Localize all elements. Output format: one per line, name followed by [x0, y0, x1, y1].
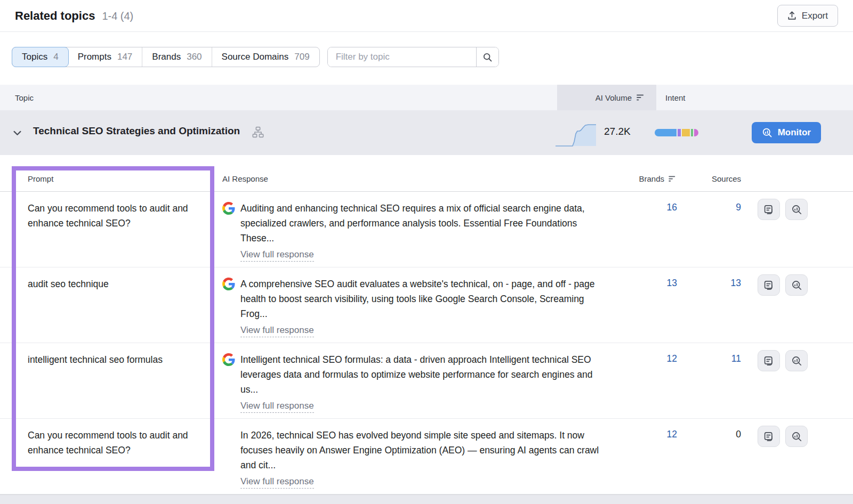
sources-cell: 0: [677, 419, 741, 494]
related-topics-page: Related topics 1-4 (4) Export Topics 4 P…: [0, 0, 853, 504]
tab-count: 709: [294, 52, 309, 62]
sources-cell: 13: [677, 267, 741, 343]
export-icon: [787, 11, 796, 20]
intent-segment: [655, 129, 677, 136]
prompt-table: Prompt AI Response Brands Sources Can yo…: [0, 166, 853, 494]
search-icon: [482, 52, 493, 62]
monitor-prompt-button[interactable]: [785, 274, 808, 296]
prompt-text: intelligent technical seo formulas: [28, 352, 198, 367]
topic-title[interactable]: Technical SEO Strategies and Optimizatio…: [33, 125, 240, 137]
tab-label: Topics: [22, 52, 47, 62]
next-row-edge: [0, 494, 853, 504]
sources-count-link[interactable]: 0: [736, 429, 741, 440]
ai-volume-value: 27.2K: [604, 126, 631, 137]
ai-response-cell: In 2026, technical SEO has evolved beyon…: [215, 419, 618, 494]
view-full-response-link[interactable]: View full response: [240, 325, 314, 337]
prompt-text: audit seo technique: [28, 277, 198, 291]
sources-count-link[interactable]: 13: [731, 278, 741, 289]
brands-cell: 12: [618, 343, 677, 418]
prompt-row: intelligent technical seo formulas: [0, 343, 853, 419]
prompt-text: Can you recommend tools to audit and enh…: [28, 201, 198, 231]
ai-response-cell: Auditing and enhancing technical SEO req…: [215, 192, 618, 267]
brands-count-link[interactable]: 12: [667, 429, 677, 440]
export-button[interactable]: Export: [777, 5, 838, 27]
response-body: Auditing and enhancing technical SEO req…: [240, 201, 611, 262]
topic-filter: [327, 47, 499, 67]
monitor-prompt-button[interactable]: [785, 426, 808, 447]
tab-count: 360: [187, 52, 202, 62]
sources-cell: 9: [677, 192, 741, 267]
brands-cell: 12: [618, 419, 677, 494]
ai-volume-label: AI Volume: [596, 93, 632, 102]
column-header-ai-volume[interactable]: AI Volume: [557, 85, 656, 110]
view-response-report-button[interactable]: [758, 199, 780, 220]
column-header-ai-response: AI Response: [215, 174, 618, 183]
tab-count: 147: [117, 52, 132, 62]
tab-brands[interactable]: Brands 360: [142, 47, 212, 67]
results-range: 1-4 (4): [102, 10, 133, 22]
tab-source-domains[interactable]: Source Domains 709: [212, 47, 319, 67]
column-header-sources: Sources: [677, 174, 741, 183]
toolbar: Topics 4 Prompts 147 Brands 360 Source D…: [12, 47, 838, 67]
google-logo-icon: [222, 202, 235, 215]
search-button[interactable]: [476, 47, 498, 67]
prompt-cell: Can you recommend tools to audit and enh…: [0, 419, 215, 494]
sort-desc-icon: [637, 94, 646, 101]
row-actions: [741, 419, 853, 494]
entity-tabs: Topics 4 Prompts 147 Brands 360 Source D…: [12, 47, 320, 67]
tab-prompts[interactable]: Prompts 147: [68, 47, 143, 67]
ai-response-cell: Intelligent technical SEO formulas: a da…: [215, 343, 618, 418]
view-response-report-button[interactable]: [758, 350, 780, 371]
response-body: In 2026, technical SEO has evolved beyon…: [240, 428, 611, 489]
brands-count-link[interactable]: 13: [667, 278, 677, 289]
page-header: Related topics 1-4 (4) Export: [0, 0, 853, 32]
topic-row: Technical SEO Strategies and Optimizatio…: [0, 110, 853, 155]
intent-segment: [678, 129, 681, 136]
view-response-report-button[interactable]: [758, 274, 780, 296]
sitemap-icon[interactable]: [252, 126, 264, 138]
row-actions: [741, 192, 853, 267]
prompt-row: Can you recommend tools to audit and enh…: [0, 192, 853, 267]
google-logo-icon: [222, 353, 235, 366]
brands-cell: 13: [618, 267, 677, 343]
response-body: Intelligent technical SEO formulas: a da…: [240, 352, 611, 413]
ai-response-text: A comprehensive SEO audit evaluates a we…: [240, 277, 611, 321]
google-logo-icon: [222, 278, 235, 290]
tab-topics[interactable]: Topics 4: [12, 47, 69, 67]
response-body: A comprehensive SEO audit evaluates a we…: [240, 277, 611, 337]
sort-desc-icon: [669, 176, 677, 182]
column-header-prompt: Prompt: [0, 174, 215, 183]
sources-count-link[interactable]: 9: [736, 202, 741, 213]
monitor-prompt-button[interactable]: [785, 199, 808, 220]
brands-count-link[interactable]: 16: [667, 202, 677, 213]
brands-count-link[interactable]: 12: [667, 353, 677, 364]
view-response-report-button[interactable]: [758, 426, 780, 447]
prompt-text: Can you recommend tools to audit and enh…: [28, 428, 198, 458]
view-full-response-link[interactable]: View full response: [240, 476, 314, 489]
sources-cell: 11: [677, 343, 741, 418]
ai-response-text: Auditing and enhancing technical SEO req…: [240, 201, 611, 246]
column-header-intent[interactable]: Intent: [656, 85, 853, 110]
ai-response-text: In 2026, technical SEO has evolved beyon…: [240, 428, 611, 473]
prompt-cell: audit seo technique: [0, 267, 215, 343]
view-full-response-link[interactable]: View full response: [240, 249, 314, 262]
sources-count-link[interactable]: 11: [731, 353, 741, 364]
column-header-brands[interactable]: Brands: [618, 174, 677, 183]
view-full-response-link[interactable]: View full response: [240, 401, 314, 413]
monitor-prompt-button[interactable]: [785, 350, 808, 371]
prompt-row: Can you recommend tools to audit and enh…: [0, 419, 853, 494]
chevron-down-icon[interactable]: [12, 127, 23, 139]
filter-input[interactable]: [328, 47, 476, 67]
intent-segment: [691, 129, 693, 136]
brands-label: Brands: [639, 174, 664, 183]
sparkle-icon: [222, 429, 235, 441]
intent-bar: [655, 129, 698, 136]
ai-response-text: Intelligent technical SEO formulas: a da…: [240, 352, 611, 397]
prompt-cell: Can you recommend tools to audit and enh…: [0, 192, 215, 267]
tab-label: Prompts: [78, 52, 111, 62]
export-label: Export: [802, 11, 828, 21]
title-group: Related topics 1-4 (4): [15, 9, 133, 23]
intent-segment: [694, 129, 698, 136]
monitor-button[interactable]: Monitor: [752, 122, 821, 143]
prompt-rows: Can you recommend tools to audit and enh…: [0, 192, 853, 494]
